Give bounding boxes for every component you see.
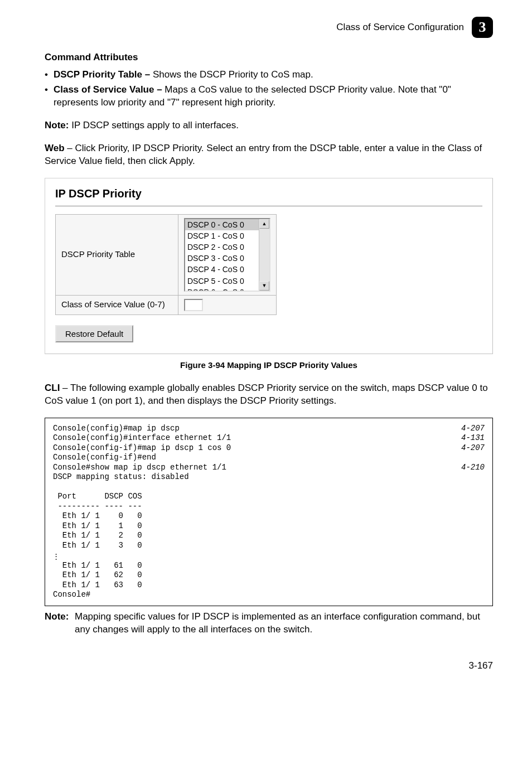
scroll-down-icon[interactable]: ▼: [259, 281, 269, 291]
dscp-priority-table-cell: DSCP 0 - CoS 0 DSCP 1 - CoS 0 DSCP 2 - C…: [178, 214, 277, 295]
console-data: Eth 1/ 1 3 0: [53, 541, 142, 550]
web-label: Web: [45, 143, 65, 153]
console-cmd: Console#show map ip dscp ethernet 1/1: [53, 463, 226, 473]
bullet-icon: •: [45, 84, 48, 109]
console-cmd: Console(config-if)#map ip dscp 1 cos 0: [53, 443, 231, 453]
console-output: Console(config)#map ip dscp4-207Console(…: [45, 418, 493, 606]
console-line: Console(config-if)#map ip dscp 1 cos 04-…: [53, 443, 485, 453]
console-data: Eth 1/ 1 0 0: [53, 511, 142, 520]
console-data: Eth 1/ 1 62 0: [53, 570, 142, 579]
attribute-list: • DSCP Priority Table – Shows the DSCP P…: [45, 69, 493, 109]
cli-label: CLI: [45, 383, 60, 393]
console-divider: --------- ---- ---: [53, 502, 142, 511]
cli-text: – The following example globally enables…: [45, 383, 488, 406]
console-cmd: Console(config)#interface ethernet 1/1: [53, 433, 231, 443]
list-item: • DSCP Priority Table – Shows the DSCP P…: [45, 69, 493, 81]
page-header: Class of Service Configuration 3: [45, 17, 493, 38]
cos-value-label: Class of Service Value (0-7): [56, 295, 178, 315]
scroll-up-icon[interactable]: ▲: [259, 219, 269, 229]
list-item: • Class of Service Value – Maps a CoS va…: [45, 84, 493, 109]
listbox-item[interactable]: DSCP 1 - CoS 0: [185, 230, 259, 241]
console-line: Console#show map ip dscp ethernet 1/14-2…: [53, 463, 485, 473]
scrollbar[interactable]: ▲ ▼: [259, 219, 269, 291]
console-ref: 4-210: [461, 463, 485, 473]
console-line: Console(config)#map ip dscp4-207: [53, 424, 485, 434]
divider: [55, 206, 482, 206]
cli-paragraph: CLI – The following example globally ena…: [45, 382, 493, 408]
note-paragraph: Note: IP DSCP settings apply to all inte…: [45, 119, 493, 132]
note-text: IP DSCP settings apply to all interfaces…: [69, 120, 239, 130]
listbox-item[interactable]: DSCP 0 - CoS 0: [185, 219, 259, 230]
form-table: DSCP Priority Table DSCP 0 - CoS 0 DSCP …: [55, 214, 277, 315]
attr-text: Class of Service Value – Maps a CoS valu…: [54, 84, 493, 109]
listbox-item[interactable]: DSCP 4 - CoS 0: [185, 264, 259, 275]
console-data: Eth 1/ 1 63 0: [53, 580, 142, 589]
listbox-item[interactable]: DSCP 3 - CoS 0: [185, 253, 259, 264]
console-ref: 4-207: [461, 424, 485, 434]
attr-text: DSCP Priority Table – Shows the DSCP Pri…: [54, 69, 313, 81]
console-data: Eth 1/ 1 61 0: [53, 561, 142, 570]
figure-caption: Figure 3-94 Mapping IP DSCP Priority Val…: [45, 360, 493, 371]
console-data: Eth 1/ 1 2 0: [53, 531, 142, 540]
cos-value-input[interactable]: [184, 299, 203, 311]
cos-value-cell: [178, 295, 277, 315]
console-cmd: Console(config-if)#end: [53, 453, 156, 463]
console-line: DSCP mapping status: disabled: [53, 472, 485, 482]
attr-label: DSCP Priority Table –: [54, 69, 153, 80]
console-line: Console(config)#interface ethernet 1/14-…: [53, 433, 485, 443]
ip-dscp-priority-panel: IP DSCP Priority DSCP Priority Table DSC…: [45, 178, 493, 354]
restore-default-button[interactable]: Restore Default: [55, 325, 133, 342]
footnote: Note: Mapping specific values for IP DSC…: [45, 611, 493, 636]
console-cmd: DSCP mapping status: disabled: [53, 472, 189, 482]
vertical-ellipsis-icon: . . .: [54, 552, 485, 559]
chapter-badge: 3: [472, 17, 493, 38]
attr-desc: Shows the DSCP Priority to CoS map.: [153, 69, 313, 80]
page-number: 3-167: [45, 660, 493, 673]
header-title: Class of Service Configuration: [336, 21, 464, 34]
console-ref: 4-131: [461, 433, 485, 443]
console-data: Console#: [53, 590, 90, 599]
listbox-item[interactable]: DSCP 5 - CoS 0: [185, 275, 259, 287]
console-data: Eth 1/ 1 1 0: [53, 521, 142, 530]
web-text: – Click Priority, IP DSCP Priority. Sele…: [45, 143, 482, 166]
command-attributes-heading: Command Attributes: [45, 51, 493, 64]
footnote-text: Mapping specific values for IP DSCP is i…: [75, 611, 493, 636]
console-header: Port DSCP COS: [53, 492, 142, 501]
dscp-listbox[interactable]: DSCP 0 - CoS 0 DSCP 1 - CoS 0 DSCP 2 - C…: [184, 218, 270, 292]
console-ref: 4-207: [461, 443, 485, 453]
console-cmd: Console(config)#map ip dscp: [53, 424, 180, 434]
bullet-icon: •: [45, 69, 48, 81]
listbox-item[interactable]: DSCP 2 - CoS 0: [185, 241, 259, 253]
listbox-item[interactable]: DSCP 6 - CoS 0: [185, 287, 259, 291]
panel-title: IP DSCP Priority: [55, 186, 482, 201]
listbox-items: DSCP 0 - CoS 0 DSCP 1 - CoS 0 DSCP 2 - C…: [185, 219, 259, 291]
web-paragraph: Web – Click Priority, IP DSCP Priority. …: [45, 142, 493, 168]
dscp-priority-table-label: DSCP Priority Table: [56, 214, 178, 295]
table-row: Class of Service Value (0-7): [56, 295, 277, 315]
console-line: Console(config-if)#end: [53, 453, 485, 463]
note-label: Note:: [45, 120, 69, 130]
footnote-label: Note:: [45, 611, 75, 636]
attr-label: Class of Service Value –: [54, 84, 165, 95]
table-row: DSCP Priority Table DSCP 0 - CoS 0 DSCP …: [56, 214, 277, 295]
